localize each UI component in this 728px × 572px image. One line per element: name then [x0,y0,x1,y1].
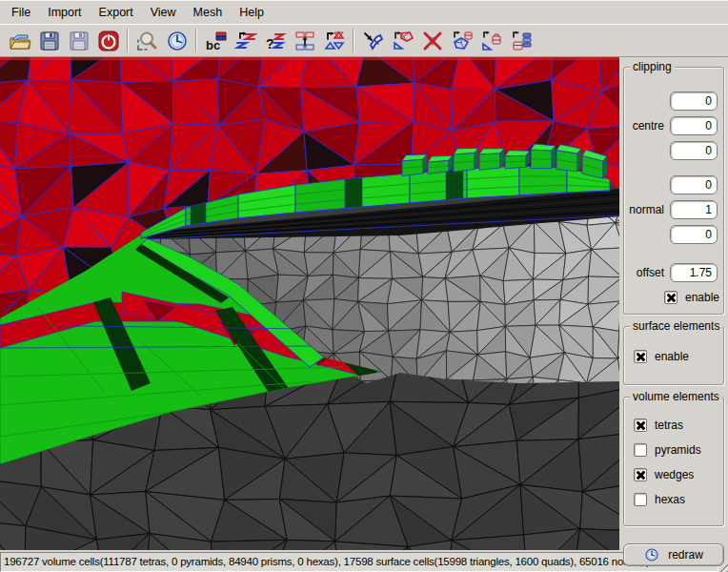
clipping-enable-checkbox[interactable] [664,291,677,304]
toolbar-separator [127,29,129,52]
toolbar: bc? [0,24,728,57]
menu-file[interactable]: File [3,3,39,22]
wedges-row: wedges [634,468,723,481]
extract-polyhedron-icon [451,30,474,52]
toolbar-button-swap-triangles[interactable] [319,27,349,54]
save-icon [38,30,61,52]
clipping-centre-y-field[interactable] [670,116,718,135]
open-file-icon [9,30,31,52]
delete-cells-icon [421,30,444,52]
tetras-row: tetras [634,419,723,432]
pyramids-label: pyramids [655,443,701,457]
toolbar-button-save[interactable] [34,27,64,54]
toolbar-separator [353,29,354,52]
menu-mesh[interactable]: Mesh [185,3,232,22]
mesh-viewport[interactable] [0,57,619,550]
hexas-row: hexas [634,493,723,506]
pyramids-checkbox[interactable] [634,443,647,457]
zoom-fit-icon [136,30,159,52]
toolbar-button-merge-layers[interactable] [290,27,319,54]
surface-elements-group: surface elements enable [623,326,724,385]
toolbar-button-delete-cells[interactable] [417,27,447,54]
extract-hexa-icon [510,30,533,52]
clock-globe-icon [166,30,189,52]
control-panel: clipping centre normal offset enable sur… [619,57,728,550]
save-as-icon [68,30,91,52]
centre-label: centre [633,119,664,133]
status-row: 196727 volume cells(111787 tetras, 0 pyr… [0,550,728,572]
abort-icon [97,30,120,52]
toolbar-button-query-cells[interactable]: ? [260,27,290,54]
clipping-normal-y-field[interactable] [670,200,718,219]
clipping-centre-z-field[interactable] [670,141,718,160]
toolbar-separator [195,29,197,52]
menu-view[interactable]: View [142,3,185,22]
toolbar-button-boundary-conditions[interactable]: bc [201,27,231,54]
volume-elements-group: volume elements tetras pyramids wedges h… [623,397,724,526]
tetras-checkbox[interactable] [634,419,647,432]
toolbar-button-open-file[interactable] [5,27,34,54]
merge-layers-icon [293,30,316,52]
surface-enable-row: enable [634,350,723,363]
toolbar-button-extract-polyhedron[interactable] [447,27,476,54]
mesh-render [0,57,619,550]
surface-elements-group-title: surface elements [630,319,722,333]
extract-polygon-icon [392,30,415,52]
clipping-normal-z-field[interactable] [670,225,718,244]
menu-help[interactable]: Help [231,3,273,22]
pick-cell-icon [362,30,385,52]
wedges-checkbox[interactable] [634,468,647,481]
redraw-button[interactable]: redraw [623,543,724,566]
clipping-enable-label: enable [685,291,719,304]
clipping-group: clipping centre normal offset enable [623,67,724,315]
toolbar-button-zoom-fit[interactable] [132,27,162,54]
redraw-clock-icon [644,547,659,562]
menu-export[interactable]: Export [91,3,142,22]
clipping-enable-row: enable [664,291,723,304]
pyramids-row: pyramids [634,443,723,457]
clipping-offset-field[interactable] [670,263,718,282]
status-bar: 196727 volume cells(111787 tetras, 0 pyr… [0,552,718,572]
svg-text:?: ? [266,36,274,51]
hexas-checkbox[interactable] [634,493,647,506]
swap-triangles-icon [323,30,346,52]
resize-grip[interactable] [718,552,728,572]
redraw-label: redraw [668,548,703,562]
toolbar-button-swap-cells[interactable] [231,27,260,54]
menu-import[interactable]: Import [39,3,90,22]
toolbar-button-pick-cell[interactable] [358,27,388,54]
offset-label: offset [637,266,664,279]
toolbar-button-clock-globe[interactable] [162,27,192,54]
clock-globe-icon [644,547,659,562]
clipping-centre-x-field[interactable] [670,92,718,111]
clipping-group-title: clipping [630,60,675,73]
toolbar-button-save-as[interactable] [64,27,93,54]
application-window: File Import Export View Mesh Help bc? cl… [0,0,728,572]
toolbar-button-extract-triangle[interactable] [476,27,506,54]
toolbar-button-extract-polygon[interactable] [388,27,417,54]
clipping-normal-x-field[interactable] [670,175,718,194]
normal-label: normal [629,203,664,216]
tetras-label: tetras [655,419,683,432]
toolbar-button-abort[interactable] [93,27,123,54]
swap-cells-icon [234,30,257,52]
volume-elements-group-title: volume elements [630,390,722,403]
extract-triangle-icon [480,30,503,52]
boundary-conditions-icon: bc [205,30,228,52]
query-cells-icon: ? [264,30,287,52]
toolbar-button-extract-hexa[interactable] [506,27,536,54]
wedges-label: wedges [655,468,694,481]
status-text: 196727 volume cells(111787 tetras, 0 pyr… [4,556,718,567]
surface-enable-label: enable [655,350,689,363]
menu-bar: File Import Export View Mesh Help [0,1,728,24]
hexas-label: hexas [655,493,685,506]
surface-enable-checkbox[interactable] [634,350,647,363]
